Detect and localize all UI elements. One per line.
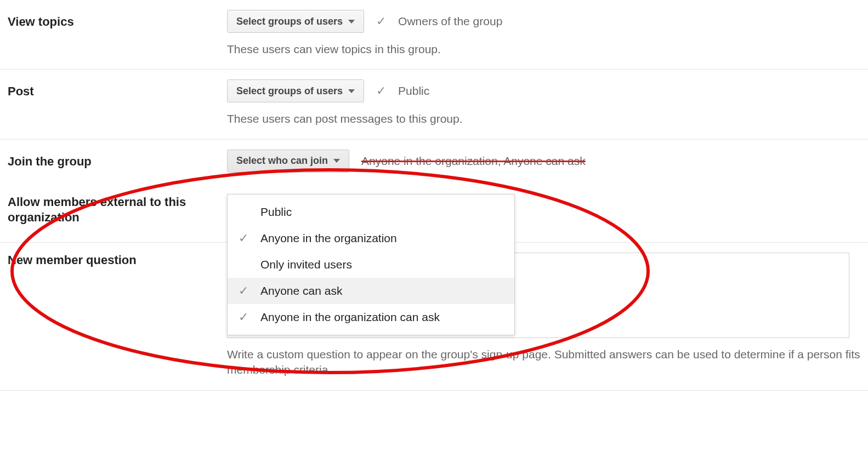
check-icon: ✓ [376, 85, 386, 97]
dropdown-post-label: Select groups of users [236, 85, 343, 97]
value-join: Select who can join Anyone in the organi… [227, 150, 860, 173]
menu-item-label: Only invited users [260, 258, 507, 271]
caret-icon [348, 20, 355, 24]
label-allow-external: Allow members external to this organizat… [8, 194, 227, 226]
dropdown-join-label: Select who can join [236, 155, 328, 167]
menu-item-label: Anyone in the organization can ask [260, 311, 507, 324]
dropdown-join[interactable]: Select who can join [227, 150, 349, 173]
menu-item-label: Public [260, 205, 507, 219]
dropdown-view-topics-label: Select groups of users [236, 16, 343, 27]
menu-item[interactable]: ✓Anyone in the organization can ask [228, 304, 514, 330]
desc-new-member-question: Write a custom question to appear on the… [227, 347, 860, 378]
menu-item-label: Anyone can ask [260, 284, 507, 297]
check-icon: ✓ [239, 231, 260, 245]
row-view-topics: View topics Select groups of users ✓ Own… [0, 0, 868, 70]
check-icon: ✓ [239, 284, 260, 298]
value-post: Select groups of users ✓ Public These us… [227, 79, 860, 127]
desc-post: These users can post messages to this gr… [227, 111, 860, 127]
label-join: Join the group [8, 150, 227, 170]
menu-item[interactable]: Public [228, 199, 514, 225]
join-dropdown-menu: Public✓Anyone in the organizationOnly in… [227, 194, 515, 335]
label-post: Post [8, 79, 227, 100]
desc-view-topics: These users can view topics in this grou… [227, 42, 860, 57]
label-new-member-question: New member question [8, 253, 227, 268]
dropdown-post[interactable]: Select groups of users [227, 79, 364, 102]
summary-view-topics: Owners of the group [398, 15, 502, 28]
summary-join: Anyone in the organization, Anyone can a… [361, 155, 586, 168]
summary-post: Public [398, 84, 429, 98]
value-view-topics: Select groups of users ✓ Owners of the g… [227, 10, 860, 57]
caret-icon [348, 89, 355, 93]
menu-item[interactable]: ✓Anyone can ask [228, 278, 514, 304]
check-icon: ✓ [376, 15, 386, 27]
menu-item[interactable]: Only invited users [228, 251, 514, 278]
menu-item-label: Anyone in the organization [260, 232, 507, 245]
caret-icon [333, 159, 340, 163]
menu-item[interactable]: ✓Anyone in the organization [228, 225, 514, 251]
dropdown-view-topics[interactable]: Select groups of users [227, 10, 364, 33]
check-icon: ✓ [239, 310, 260, 324]
label-view-topics: View topics [8, 10, 227, 30]
row-join: Join the group Select who can join Anyon… [0, 140, 868, 178]
row-post: Post Select groups of users ✓ Public The… [0, 70, 868, 139]
